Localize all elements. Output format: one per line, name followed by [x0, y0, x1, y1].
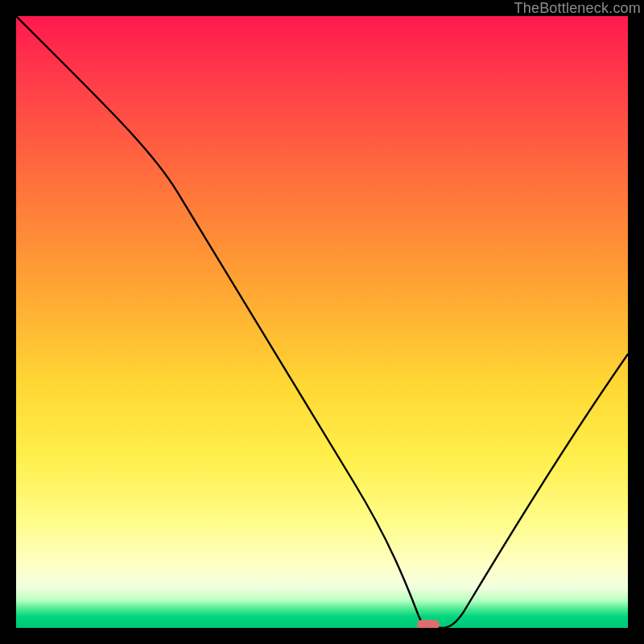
curve-path — [16, 16, 628, 628]
plot-area — [16, 16, 628, 628]
chart-frame: TheBottleneck.com — [0, 0, 644, 644]
watermark-text: TheBottleneck.com — [514, 0, 641, 17]
bottleneck-curve — [16, 16, 628, 628]
optimum-marker — [417, 620, 440, 628]
